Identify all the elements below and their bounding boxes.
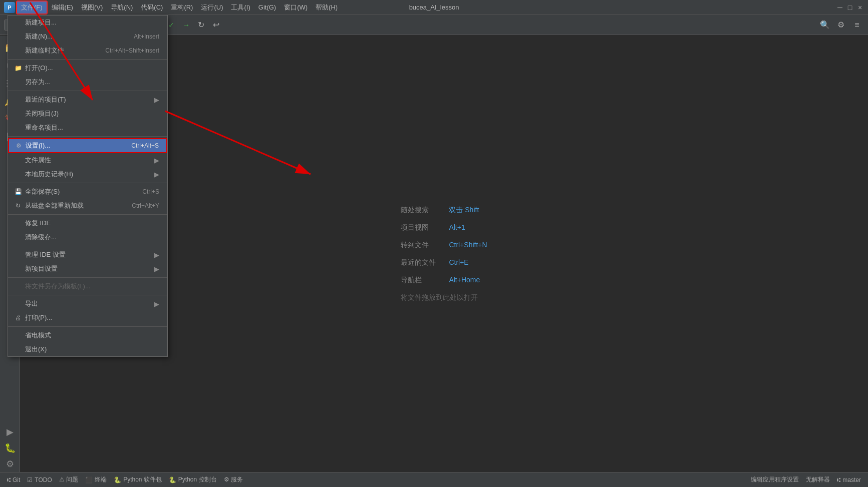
status-problems[interactable]: ⚠ 问题 — [56, 472, 81, 487]
menu-sep-1 — [8, 59, 167, 60]
title-bar: P 文件(F) 编辑(E) 视图(V) 导航(N) 代码(C) 重构(R) 运行… — [0, 0, 868, 15]
menu-save-template: 将文件另存为模板(L)... — [8, 279, 167, 293]
menu-sep-2 — [8, 91, 167, 91]
reload-icon: ↻ — [14, 202, 22, 210]
menu-run[interactable]: 运行(U) — [197, 1, 227, 14]
print-icon: 🖨 — [14, 314, 22, 322]
menu-edit[interactable]: 编辑(E) — [48, 1, 77, 14]
menu-sep-4 — [8, 183, 167, 183]
welcome-item-drag: 将文件拖放到此处以打开 — [401, 289, 487, 306]
menu-code[interactable]: 代码(C) — [137, 1, 167, 14]
menu-clear-cache[interactable]: 清除缓存... — [8, 230, 167, 244]
welcome-item-search: 随处搜索 双击 Shift — [401, 201, 487, 219]
menu-sep-3 — [8, 136, 167, 137]
git-status-icon: ⑆ — [7, 476, 11, 483]
menu-close-project[interactable]: 关闭项目(J) — [8, 107, 167, 121]
python-console-icon: 🐍 — [169, 476, 176, 483]
minimize-button[interactable]: ─ — [836, 4, 844, 12]
close-button[interactable]: × — [856, 4, 864, 12]
settings-button[interactable]: ⚙ — [834, 18, 848, 32]
welcome-content: 随处搜索 双击 Shift 项目视图 Alt+1 转到文件 Ctrl+Shift… — [401, 201, 487, 306]
menu-sep-6 — [8, 246, 167, 246]
menu-sep-8 — [8, 295, 167, 295]
app-icon: P — [4, 2, 15, 13]
git-refresh-icon[interactable]: ↻ — [194, 18, 208, 32]
status-todo[interactable]: ☑ TODO — [24, 472, 55, 487]
status-git[interactable]: ⑆ Git — [4, 472, 23, 487]
menu-exit[interactable]: 退出(X) — [8, 342, 167, 356]
status-python-console[interactable]: 🐍 Python 控制台 — [166, 472, 220, 487]
menu-open[interactable]: 📁 打开(O)... — [8, 61, 167, 75]
welcome-item-project: 项目视图 Alt+1 — [401, 219, 487, 236]
git-branch-icon: ⑆ — [837, 476, 840, 483]
status-bar: ⑆ Git ☑ TODO ⚠ 问题 ⬛ 终端 🐍 Python 软件包 🐍 Py… — [0, 472, 868, 487]
menu-local-history[interactable]: 本地历史记录(H) ▶ — [8, 167, 167, 181]
title-project-name: bucea_AI_lesson — [409, 4, 459, 11]
git-arrow-icon[interactable]: → — [179, 18, 193, 32]
status-terminal[interactable]: ⬛ 终端 — [82, 472, 110, 487]
status-services[interactable]: ⚙ 服务 — [221, 472, 246, 487]
menu-file[interactable]: 文件(F) — [16, 1, 48, 15]
menu-refactor[interactable]: 重构(R) — [167, 1, 197, 14]
menu-navigate[interactable]: 导航(N) — [107, 1, 137, 14]
menu-print[interactable]: 🖨 打印(P)... — [8, 311, 167, 325]
title-bar-right: ─ □ × — [836, 4, 864, 12]
sidebar-services-icon[interactable]: ⚙ — [2, 456, 18, 472]
save-icon: 💾 — [14, 188, 22, 196]
menu-new-project-settings[interactable]: 新项目设置 ▶ — [8, 262, 167, 276]
sidebar-debug-icon[interactable]: 🐛 — [2, 440, 18, 456]
welcome-item-recent: 最近的文件 Ctrl+E — [401, 254, 487, 271]
menu-new[interactable]: 新建(N)... Alt+Insert — [8, 30, 167, 44]
menu-export[interactable]: 导出 ▶ — [8, 297, 167, 311]
terminal-icon: ⬛ — [85, 476, 93, 483]
title-bar-left: P 文件(F) 编辑(E) 视图(V) 导航(N) 代码(C) 重构(R) 运行… — [4, 1, 342, 15]
menu-repair-ide[interactable]: 修复 IDE — [8, 216, 167, 230]
menu-power-save[interactable]: 省电模式 — [8, 328, 167, 342]
settings-menu-icon: ⚙ — [15, 142, 23, 150]
menu-file-properties[interactable]: 文件属性 ▶ — [8, 153, 167, 167]
menu-save-as[interactable]: 另存为... — [8, 75, 167, 89]
status-git-branch[interactable]: ⑆ master — [834, 476, 864, 483]
menu-window[interactable]: 窗口(W) — [280, 1, 312, 14]
menu-new-temp[interactable]: 新建临时文件 Ctrl+Alt+Shift+Insert — [8, 44, 167, 58]
more-button[interactable]: ≡ — [850, 18, 864, 32]
git-undo-icon[interactable]: ↩ — [209, 18, 223, 32]
menu-rename-project[interactable]: 重命名项目... — [8, 121, 167, 135]
maximize-button[interactable]: □ — [846, 4, 854, 12]
open-icon: 📁 — [14, 64, 22, 72]
todo-icon: ☑ — [27, 476, 33, 483]
menu-view[interactable]: 视图(V) — [77, 1, 107, 14]
menu-sep-5 — [8, 214, 167, 215]
menu-help[interactable]: 帮助(H) — [312, 1, 342, 14]
menu-sep-7 — [8, 277, 167, 278]
new-project-icon — [14, 19, 22, 27]
sidebar-run-icon[interactable]: ▶ — [2, 424, 18, 440]
python-icon: 🐍 — [114, 476, 121, 483]
status-edit-config[interactable]: 编辑应用程序设置 — [748, 475, 802, 484]
menu-bar: 文件(F) 编辑(E) 视图(V) 导航(N) 代码(C) 重构(R) 运行(U… — [16, 1, 342, 15]
welcome-item-goto-file: 转到文件 Ctrl+Shift+N — [401, 236, 487, 254]
menu-sep-9 — [8, 326, 167, 327]
menu-manage-ide[interactable]: 管理 IDE 设置 ▶ — [8, 248, 167, 262]
file-dropdown-menu: 新建项目... 新建(N)... Alt+Insert 新建临时文件 Ctrl+… — [8, 15, 168, 357]
welcome-item-navbar: 导航栏 Alt+Home — [401, 271, 487, 289]
menu-save-all[interactable]: 💾 全部保存(S) Ctrl+S — [8, 185, 167, 199]
status-no-interpreter[interactable]: 无解释器 — [803, 475, 833, 484]
menu-git[interactable]: Git(G) — [254, 2, 280, 13]
search-button[interactable]: 🔍 — [818, 18, 832, 32]
status-right: 编辑应用程序设置 无解释器 ⑆ master — [748, 475, 864, 484]
menu-recent-projects[interactable]: 最近的项目(T) ▶ — [8, 93, 167, 107]
menu-tools[interactable]: 工具(I) — [227, 1, 254, 14]
menu-settings[interactable]: ⚙ 设置(I)... Ctrl+Alt+S — [8, 138, 167, 153]
menu-reload[interactable]: ↻ 从磁盘全部重新加载 Ctrl+Alt+Y — [8, 199, 167, 213]
menu-new-project[interactable]: 新建项目... — [8, 16, 167, 30]
status-python-packages[interactable]: 🐍 Python 软件包 — [111, 472, 165, 487]
